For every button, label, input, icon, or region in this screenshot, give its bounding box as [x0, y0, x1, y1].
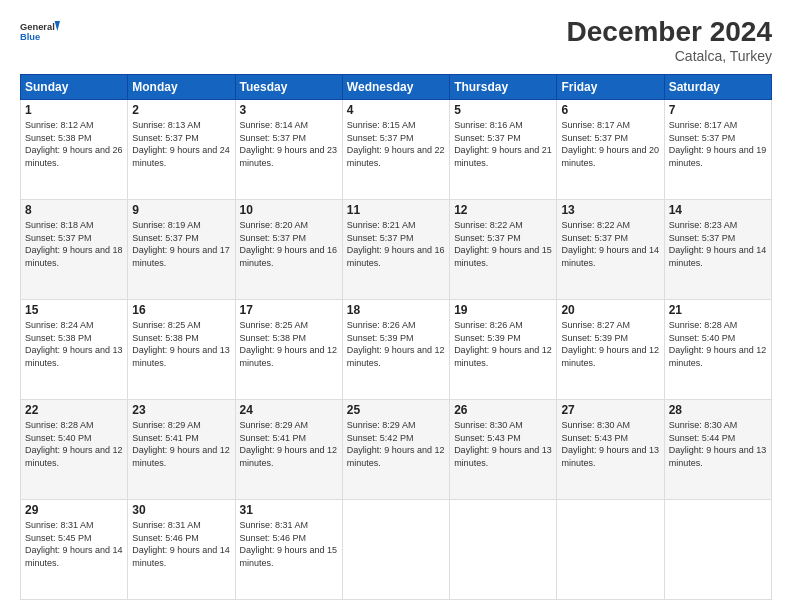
day-cell: 18 Sunrise: 8:26 AM Sunset: 5:39 PM Dayl…: [342, 300, 449, 400]
day-info: Sunrise: 8:26 AM Sunset: 5:39 PM Dayligh…: [454, 319, 552, 369]
day-number: 28: [669, 403, 767, 417]
day-number: 23: [132, 403, 230, 417]
day-number: 9: [132, 203, 230, 217]
day-number: 13: [561, 203, 659, 217]
day-cell: 17 Sunrise: 8:25 AM Sunset: 5:38 PM Dayl…: [235, 300, 342, 400]
day-info: Sunrise: 8:25 AM Sunset: 5:38 PM Dayligh…: [240, 319, 338, 369]
day-number: 30: [132, 503, 230, 517]
day-number: 8: [25, 203, 123, 217]
logo-svg: General Blue: [20, 16, 60, 46]
day-cell: 1 Sunrise: 8:12 AM Sunset: 5:38 PM Dayli…: [21, 100, 128, 200]
svg-marker-2: [55, 21, 60, 31]
day-info: Sunrise: 8:29 AM Sunset: 5:41 PM Dayligh…: [240, 419, 338, 469]
day-cell: 24 Sunrise: 8:29 AM Sunset: 5:41 PM Dayl…: [235, 400, 342, 500]
day-number: 1: [25, 103, 123, 117]
day-number: 2: [132, 103, 230, 117]
week-row-1: 1 Sunrise: 8:12 AM Sunset: 5:38 PM Dayli…: [21, 100, 772, 200]
day-number: 29: [25, 503, 123, 517]
day-number: 15: [25, 303, 123, 317]
calendar-table: SundayMondayTuesdayWednesdayThursdayFrid…: [20, 74, 772, 600]
day-cell: 30 Sunrise: 8:31 AM Sunset: 5:46 PM Dayl…: [128, 500, 235, 600]
day-cell: 15 Sunrise: 8:24 AM Sunset: 5:38 PM Dayl…: [21, 300, 128, 400]
day-info: Sunrise: 8:18 AM Sunset: 5:37 PM Dayligh…: [25, 219, 123, 269]
col-header-wednesday: Wednesday: [342, 75, 449, 100]
day-info: Sunrise: 8:30 AM Sunset: 5:43 PM Dayligh…: [561, 419, 659, 469]
day-info: Sunrise: 8:14 AM Sunset: 5:37 PM Dayligh…: [240, 119, 338, 169]
header-row: SundayMondayTuesdayWednesdayThursdayFrid…: [21, 75, 772, 100]
day-cell: 3 Sunrise: 8:14 AM Sunset: 5:37 PM Dayli…: [235, 100, 342, 200]
week-row-3: 15 Sunrise: 8:24 AM Sunset: 5:38 PM Dayl…: [21, 300, 772, 400]
day-cell: [450, 500, 557, 600]
day-info: Sunrise: 8:16 AM Sunset: 5:37 PM Dayligh…: [454, 119, 552, 169]
day-cell: 19 Sunrise: 8:26 AM Sunset: 5:39 PM Dayl…: [450, 300, 557, 400]
month-year: December 2024: [567, 16, 772, 48]
day-cell: 28 Sunrise: 8:30 AM Sunset: 5:44 PM Dayl…: [664, 400, 771, 500]
day-cell: 5 Sunrise: 8:16 AM Sunset: 5:37 PM Dayli…: [450, 100, 557, 200]
day-info: Sunrise: 8:26 AM Sunset: 5:39 PM Dayligh…: [347, 319, 445, 369]
day-info: Sunrise: 8:30 AM Sunset: 5:44 PM Dayligh…: [669, 419, 767, 469]
day-info: Sunrise: 8:23 AM Sunset: 5:37 PM Dayligh…: [669, 219, 767, 269]
title-block: December 2024 Catalca, Turkey: [567, 16, 772, 64]
day-info: Sunrise: 8:31 AM Sunset: 5:46 PM Dayligh…: [240, 519, 338, 569]
day-number: 18: [347, 303, 445, 317]
day-cell: 13 Sunrise: 8:22 AM Sunset: 5:37 PM Dayl…: [557, 200, 664, 300]
day-cell: 23 Sunrise: 8:29 AM Sunset: 5:41 PM Dayl…: [128, 400, 235, 500]
day-number: 26: [454, 403, 552, 417]
day-info: Sunrise: 8:29 AM Sunset: 5:41 PM Dayligh…: [132, 419, 230, 469]
day-cell: 4 Sunrise: 8:15 AM Sunset: 5:37 PM Dayli…: [342, 100, 449, 200]
day-info: Sunrise: 8:24 AM Sunset: 5:38 PM Dayligh…: [25, 319, 123, 369]
day-number: 11: [347, 203, 445, 217]
day-number: 7: [669, 103, 767, 117]
day-number: 22: [25, 403, 123, 417]
col-header-tuesday: Tuesday: [235, 75, 342, 100]
day-number: 17: [240, 303, 338, 317]
day-info: Sunrise: 8:27 AM Sunset: 5:39 PM Dayligh…: [561, 319, 659, 369]
day-cell: 11 Sunrise: 8:21 AM Sunset: 5:37 PM Dayl…: [342, 200, 449, 300]
day-cell: 8 Sunrise: 8:18 AM Sunset: 5:37 PM Dayli…: [21, 200, 128, 300]
day-number: 19: [454, 303, 552, 317]
week-row-2: 8 Sunrise: 8:18 AM Sunset: 5:37 PM Dayli…: [21, 200, 772, 300]
svg-text:General: General: [20, 22, 55, 32]
day-cell: [557, 500, 664, 600]
day-cell: 29 Sunrise: 8:31 AM Sunset: 5:45 PM Dayl…: [21, 500, 128, 600]
day-info: Sunrise: 8:22 AM Sunset: 5:37 PM Dayligh…: [454, 219, 552, 269]
day-number: 14: [669, 203, 767, 217]
day-cell: 21 Sunrise: 8:28 AM Sunset: 5:40 PM Dayl…: [664, 300, 771, 400]
day-cell: 7 Sunrise: 8:17 AM Sunset: 5:37 PM Dayli…: [664, 100, 771, 200]
col-header-sunday: Sunday: [21, 75, 128, 100]
day-cell: 26 Sunrise: 8:30 AM Sunset: 5:43 PM Dayl…: [450, 400, 557, 500]
day-cell: 6 Sunrise: 8:17 AM Sunset: 5:37 PM Dayli…: [557, 100, 664, 200]
week-row-5: 29 Sunrise: 8:31 AM Sunset: 5:45 PM Dayl…: [21, 500, 772, 600]
day-number: 25: [347, 403, 445, 417]
day-number: 3: [240, 103, 338, 117]
day-cell: 10 Sunrise: 8:20 AM Sunset: 5:37 PM Dayl…: [235, 200, 342, 300]
day-info: Sunrise: 8:15 AM Sunset: 5:37 PM Dayligh…: [347, 119, 445, 169]
day-info: Sunrise: 8:28 AM Sunset: 5:40 PM Dayligh…: [25, 419, 123, 469]
location: Catalca, Turkey: [567, 48, 772, 64]
day-cell: [342, 500, 449, 600]
day-info: Sunrise: 8:31 AM Sunset: 5:45 PM Dayligh…: [25, 519, 123, 569]
day-info: Sunrise: 8:21 AM Sunset: 5:37 PM Dayligh…: [347, 219, 445, 269]
day-cell: 20 Sunrise: 8:27 AM Sunset: 5:39 PM Dayl…: [557, 300, 664, 400]
day-info: Sunrise: 8:22 AM Sunset: 5:37 PM Dayligh…: [561, 219, 659, 269]
day-cell: 9 Sunrise: 8:19 AM Sunset: 5:37 PM Dayli…: [128, 200, 235, 300]
day-number: 6: [561, 103, 659, 117]
day-number: 4: [347, 103, 445, 117]
svg-text:Blue: Blue: [20, 32, 40, 42]
day-number: 27: [561, 403, 659, 417]
calendar-page: General Blue December 2024 Catalca, Turk…: [0, 0, 792, 612]
day-cell: 2 Sunrise: 8:13 AM Sunset: 5:37 PM Dayli…: [128, 100, 235, 200]
day-info: Sunrise: 8:12 AM Sunset: 5:38 PM Dayligh…: [25, 119, 123, 169]
day-cell: 22 Sunrise: 8:28 AM Sunset: 5:40 PM Dayl…: [21, 400, 128, 500]
day-number: 20: [561, 303, 659, 317]
day-info: Sunrise: 8:25 AM Sunset: 5:38 PM Dayligh…: [132, 319, 230, 369]
day-info: Sunrise: 8:17 AM Sunset: 5:37 PM Dayligh…: [669, 119, 767, 169]
day-cell: [664, 500, 771, 600]
day-info: Sunrise: 8:17 AM Sunset: 5:37 PM Dayligh…: [561, 119, 659, 169]
day-number: 31: [240, 503, 338, 517]
col-header-friday: Friday: [557, 75, 664, 100]
day-cell: 14 Sunrise: 8:23 AM Sunset: 5:37 PM Dayl…: [664, 200, 771, 300]
logo: General Blue: [20, 16, 60, 46]
day-number: 10: [240, 203, 338, 217]
day-number: 16: [132, 303, 230, 317]
